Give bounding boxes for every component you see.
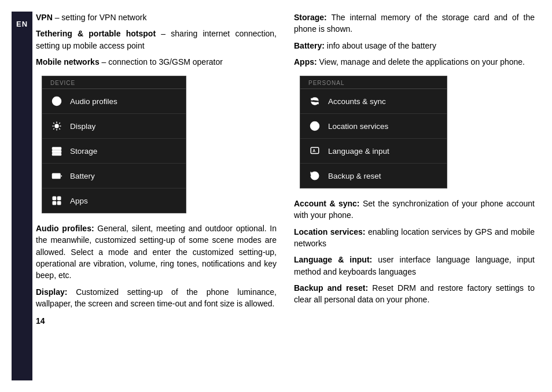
- language-icon: A: [308, 145, 321, 157]
- svg-line-13: [53, 128, 54, 130]
- audio-desc-para: Audio profiles: General, silent, meeting…: [36, 223, 277, 281]
- svg-rect-20: [53, 175, 58, 177]
- language-desc-para: Language & input: user interface languag…: [294, 254, 535, 278]
- battery-desc-para: Battery: info about usage of the battery: [294, 40, 535, 51]
- page-number: 14: [36, 315, 277, 327]
- svg-point-26: [314, 125, 317, 128]
- battery-desc-bold: Battery:: [294, 41, 325, 50]
- location-desc-bold: Location services:: [294, 227, 365, 236]
- menu-item-language-input[interactable]: A Language & input: [300, 139, 447, 164]
- language-input-label: Language & input: [328, 147, 389, 156]
- storage-desc-rest: The internal memory of the storage card …: [294, 13, 535, 34]
- sync-icon: [308, 95, 321, 108]
- svg-rect-24: [58, 202, 61, 205]
- svg-text:A: A: [312, 149, 315, 153]
- svg-rect-17: [53, 154, 61, 156]
- tethering-bold: Tethering & portable hotspot: [36, 29, 156, 38]
- svg-point-6: [55, 124, 58, 128]
- apps-label: Apps: [70, 197, 88, 205]
- accounts-sync-desc-para: Account & sync: Set the synchronization …: [294, 198, 535, 221]
- mobile-networks-para: Mobile networks – connection to 3G/GSM o…: [36, 56, 277, 68]
- battery-label: Battery: [70, 172, 95, 180]
- menu-item-apps[interactable]: Apps: [42, 188, 186, 213]
- battery-icon: [50, 169, 63, 182]
- menu-item-battery[interactable]: Battery: [42, 164, 186, 188]
- vpn-para: VPN – setting for VPN network: [36, 12, 277, 23]
- page: EN VPN – setting for VPN network Tetheri…: [0, 0, 552, 392]
- device-section-label: DEVICE: [42, 76, 186, 88]
- lang-label: EN: [16, 20, 28, 28]
- language-tab: EN: [12, 12, 32, 380]
- backup-desc-bold: Backup and reset:: [294, 283, 368, 293]
- backup-desc-para: Backup and reset: Reset DRM and restore …: [294, 282, 535, 306]
- right-column: Storage: The internal memory of the stor…: [294, 12, 535, 380]
- compass-icon: [50, 95, 63, 108]
- menu-item-backup-reset[interactable]: Backup & reset: [300, 164, 447, 188]
- mobile-networks-rest: – connection to 3G/GSM operator: [100, 57, 223, 66]
- personal-section-label: PERSONAL: [300, 76, 447, 88]
- sun-icon: [50, 120, 63, 132]
- storage-icon: [50, 145, 63, 157]
- apps-desc-para: Apps: View, manage and delete the applic…: [294, 56, 535, 68]
- display-label: Display: [70, 122, 95, 131]
- menu-item-audio-profiles[interactable]: Audio profiles: [42, 89, 186, 114]
- backup-icon: [308, 169, 321, 182]
- left-column: VPN – setting for VPN network Tethering …: [36, 12, 277, 380]
- location-services-label: Location services: [328, 122, 388, 131]
- backup-reset-label: Backup & reset: [328, 172, 381, 180]
- svg-line-10: [59, 128, 60, 130]
- battery-desc-rest: info about usage of the battery: [325, 41, 436, 50]
- display-desc-para: Display: Customized setting-up of the ph…: [36, 286, 277, 310]
- audio-profiles-label: Audio profiles: [70, 97, 117, 106]
- menu-item-accounts-sync[interactable]: Accounts & sync: [300, 89, 447, 114]
- mobile-networks-bold: Mobile networks: [36, 57, 100, 66]
- svg-rect-21: [53, 197, 56, 199]
- display-desc-rest: Customized setting-up of the phone lumin…: [36, 287, 277, 308]
- personal-menu: PERSONAL Accounts & sync: [300, 76, 447, 188]
- location-desc-para: Location services: enabling location ser…: [294, 226, 535, 250]
- svg-line-14: [59, 123, 60, 124]
- apps-desc-bold: Apps:: [294, 57, 317, 66]
- svg-rect-16: [53, 150, 61, 153]
- tethering-para: Tethering & portable hotspot – sharing i…: [36, 28, 277, 51]
- storage-desc-para: Storage: The internal memory of the stor…: [294, 12, 535, 35]
- svg-point-1: [55, 99, 58, 103]
- storage-desc-bold: Storage:: [294, 13, 327, 22]
- storage-label: Storage: [70, 147, 97, 156]
- svg-rect-15: [53, 147, 61, 150]
- vpn-bold: VPN: [36, 13, 53, 22]
- vpn-rest: – setting for VPN network: [53, 13, 147, 22]
- menu-item-location-services[interactable]: Location services: [300, 114, 447, 139]
- device-menu: DEVICE Audio profiles: [42, 76, 186, 213]
- menu-item-display[interactable]: Display: [42, 114, 186, 139]
- accounts-sync-desc-bold: Account & sync:: [294, 199, 360, 208]
- svg-rect-22: [58, 197, 61, 199]
- accounts-sync-label: Accounts & sync: [328, 97, 386, 106]
- svg-rect-23: [53, 202, 56, 205]
- content-columns: VPN – setting for VPN network Tethering …: [36, 12, 535, 380]
- apps-icon: [50, 194, 63, 207]
- location-icon: [308, 120, 321, 132]
- display-desc-bold: Display:: [36, 287, 67, 297]
- audio-desc-bold: Audio profiles:: [36, 224, 94, 233]
- menu-item-storage[interactable]: Storage: [42, 139, 186, 164]
- svg-line-9: [53, 123, 54, 124]
- apps-desc-rest: View, manage and delete the applications…: [317, 57, 525, 66]
- language-desc-bold: Language & input:: [294, 255, 372, 264]
